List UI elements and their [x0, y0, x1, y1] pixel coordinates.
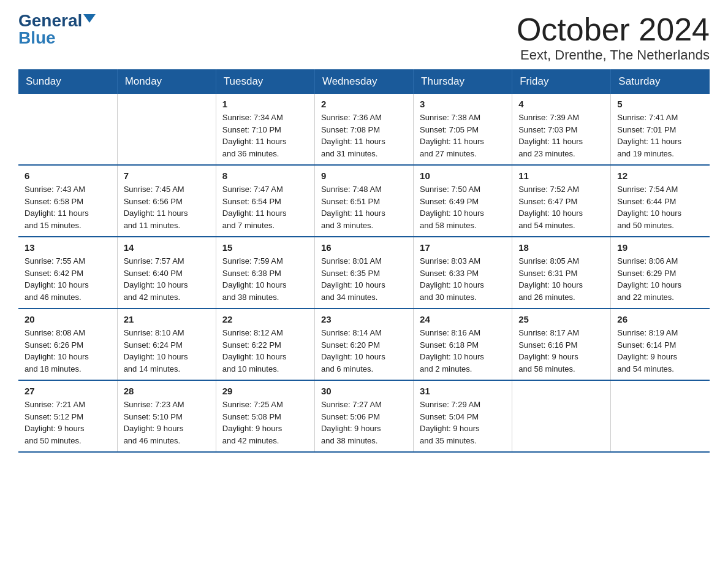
day-info: Sunrise: 8:01 AM Sunset: 6:35 PM Dayligh… — [321, 255, 407, 303]
day-number: 5 — [617, 99, 703, 109]
calendar-cell: 29Sunrise: 7:25 AM Sunset: 5:08 PM Dayli… — [216, 380, 314, 452]
calendar-cell — [117, 94, 216, 165]
calendar-week-row: 13Sunrise: 7:55 AM Sunset: 6:42 PM Dayli… — [18, 237, 710, 308]
calendar-cell: 14Sunrise: 7:57 AM Sunset: 6:40 PM Dayli… — [117, 237, 216, 308]
day-number: 8 — [222, 170, 308, 181]
calendar-cell: 18Sunrise: 8:05 AM Sunset: 6:31 PM Dayli… — [512, 237, 611, 308]
calendar-week-row: 27Sunrise: 7:21 AM Sunset: 5:12 PM Dayli… — [18, 380, 710, 452]
calendar-cell: 12Sunrise: 7:54 AM Sunset: 6:44 PM Dayli… — [611, 165, 710, 237]
calendar-table: SundayMondayTuesdayWednesdayThursdayFrid… — [18, 69, 710, 453]
calendar-header-row: SundayMondayTuesdayWednesdayThursdayFrid… — [18, 69, 710, 94]
day-number: 3 — [420, 99, 506, 109]
day-number: 24 — [420, 314, 506, 324]
day-number: 12 — [617, 170, 703, 181]
calendar-cell — [18, 94, 117, 165]
day-info: Sunrise: 8:19 AM Sunset: 6:14 PM Dayligh… — [617, 327, 703, 375]
day-info: Sunrise: 8:16 AM Sunset: 6:18 PM Dayligh… — [420, 327, 506, 375]
day-info: Sunrise: 7:52 AM Sunset: 6:47 PM Dayligh… — [518, 183, 604, 231]
day-info: Sunrise: 7:38 AM Sunset: 7:05 PM Dayligh… — [420, 112, 506, 159]
calendar-week-row: 20Sunrise: 8:08 AM Sunset: 6:26 PM Dayli… — [18, 308, 710, 380]
day-info: Sunrise: 8:14 AM Sunset: 6:20 PM Dayligh… — [321, 327, 407, 375]
day-info: Sunrise: 8:17 AM Sunset: 6:16 PM Dayligh… — [518, 327, 604, 375]
title-section: October 2024 Eext, Drenthe, The Netherla… — [517, 12, 710, 63]
day-info: Sunrise: 7:23 AM Sunset: 5:10 PM Dayligh… — [124, 399, 210, 446]
calendar-cell: 2Sunrise: 7:36 AM Sunset: 7:08 PM Daylig… — [314, 94, 413, 165]
logo-blue-text: Blue — [18, 29, 56, 47]
logo: General Blue — [18, 12, 96, 47]
day-number: 14 — [124, 242, 210, 253]
day-number: 29 — [222, 386, 308, 396]
calendar-cell: 19Sunrise: 8:06 AM Sunset: 6:29 PM Dayli… — [611, 237, 710, 308]
day-number: 2 — [321, 99, 407, 109]
day-number: 11 — [518, 170, 604, 181]
day-number: 28 — [124, 386, 210, 396]
calendar-cell: 15Sunrise: 7:59 AM Sunset: 6:38 PM Dayli… — [216, 237, 314, 308]
day-number: 26 — [617, 314, 703, 324]
calendar-cell: 28Sunrise: 7:23 AM Sunset: 5:10 PM Dayli… — [117, 380, 216, 452]
day-info: Sunrise: 7:55 AM Sunset: 6:42 PM Dayligh… — [25, 255, 111, 303]
column-header-thursday: Thursday — [414, 69, 512, 94]
day-number: 21 — [124, 314, 210, 324]
day-number: 18 — [518, 242, 604, 253]
day-info: Sunrise: 7:59 AM Sunset: 6:38 PM Dayligh… — [222, 255, 308, 303]
day-info: Sunrise: 7:27 AM Sunset: 5:06 PM Dayligh… — [321, 399, 407, 446]
calendar-cell: 30Sunrise: 7:27 AM Sunset: 5:06 PM Dayli… — [314, 380, 413, 452]
calendar-cell: 23Sunrise: 8:14 AM Sunset: 6:20 PM Dayli… — [314, 308, 413, 380]
day-info: Sunrise: 8:03 AM Sunset: 6:33 PM Dayligh… — [420, 255, 506, 303]
calendar-cell: 4Sunrise: 7:39 AM Sunset: 7:03 PM Daylig… — [512, 94, 611, 165]
day-info: Sunrise: 7:34 AM Sunset: 7:10 PM Dayligh… — [222, 112, 308, 159]
day-number: 30 — [321, 386, 407, 396]
day-number: 6 — [25, 170, 111, 181]
day-number: 27 — [25, 386, 111, 396]
calendar-cell: 20Sunrise: 8:08 AM Sunset: 6:26 PM Dayli… — [18, 308, 117, 380]
calendar-cell: 21Sunrise: 8:10 AM Sunset: 6:24 PM Dayli… — [117, 308, 216, 380]
day-info: Sunrise: 8:06 AM Sunset: 6:29 PM Dayligh… — [617, 255, 703, 303]
day-number: 31 — [420, 386, 506, 396]
calendar-cell: 13Sunrise: 7:55 AM Sunset: 6:42 PM Dayli… — [18, 237, 117, 308]
day-number: 16 — [321, 242, 407, 253]
day-number: 7 — [124, 170, 210, 181]
calendar-cell: 7Sunrise: 7:45 AM Sunset: 6:56 PM Daylig… — [117, 165, 216, 237]
logo-triangle-icon — [83, 14, 96, 23]
calendar-cell — [611, 380, 710, 452]
calendar-cell: 3Sunrise: 7:38 AM Sunset: 7:05 PM Daylig… — [414, 94, 512, 165]
calendar-cell: 26Sunrise: 8:19 AM Sunset: 6:14 PM Dayli… — [611, 308, 710, 380]
day-info: Sunrise: 7:39 AM Sunset: 7:03 PM Dayligh… — [518, 112, 604, 159]
day-info: Sunrise: 8:12 AM Sunset: 6:22 PM Dayligh… — [222, 327, 308, 375]
day-info: Sunrise: 7:36 AM Sunset: 7:08 PM Dayligh… — [321, 112, 407, 159]
day-info: Sunrise: 7:50 AM Sunset: 6:49 PM Dayligh… — [420, 183, 506, 231]
day-info: Sunrise: 8:05 AM Sunset: 6:31 PM Dayligh… — [518, 255, 604, 303]
calendar-week-row: 6Sunrise: 7:43 AM Sunset: 6:58 PM Daylig… — [18, 165, 710, 237]
day-number: 23 — [321, 314, 407, 324]
day-number: 1 — [222, 99, 308, 109]
calendar-cell: 6Sunrise: 7:43 AM Sunset: 6:58 PM Daylig… — [18, 165, 117, 237]
day-number: 4 — [518, 99, 604, 109]
day-info: Sunrise: 7:47 AM Sunset: 6:54 PM Dayligh… — [222, 183, 308, 231]
column-header-tuesday: Tuesday — [216, 69, 314, 94]
calendar-cell: 31Sunrise: 7:29 AM Sunset: 5:04 PM Dayli… — [414, 380, 512, 452]
day-number: 25 — [518, 314, 604, 324]
calendar-cell: 1Sunrise: 7:34 AM Sunset: 7:10 PM Daylig… — [216, 94, 314, 165]
calendar-cell — [512, 380, 611, 452]
day-number: 10 — [420, 170, 506, 181]
calendar-cell: 11Sunrise: 7:52 AM Sunset: 6:47 PM Dayli… — [512, 165, 611, 237]
location-title: Eext, Drenthe, The Netherlands — [517, 47, 710, 63]
calendar-cell: 5Sunrise: 7:41 AM Sunset: 7:01 PM Daylig… — [611, 94, 710, 165]
month-title: October 2024 — [517, 12, 710, 47]
calendar-cell: 10Sunrise: 7:50 AM Sunset: 6:49 PM Dayli… — [414, 165, 512, 237]
calendar-cell: 24Sunrise: 8:16 AM Sunset: 6:18 PM Dayli… — [414, 308, 512, 380]
calendar-week-row: 1Sunrise: 7:34 AM Sunset: 7:10 PM Daylig… — [18, 94, 710, 165]
calendar-cell: 8Sunrise: 7:47 AM Sunset: 6:54 PM Daylig… — [216, 165, 314, 237]
day-info: Sunrise: 7:21 AM Sunset: 5:12 PM Dayligh… — [25, 399, 111, 446]
calendar-cell: 9Sunrise: 7:48 AM Sunset: 6:51 PM Daylig… — [314, 165, 413, 237]
calendar-cell: 27Sunrise: 7:21 AM Sunset: 5:12 PM Dayli… — [18, 380, 117, 452]
day-number: 17 — [420, 242, 506, 253]
logo-general-text: General — [18, 12, 82, 29]
day-number: 22 — [222, 314, 308, 324]
day-info: Sunrise: 7:48 AM Sunset: 6:51 PM Dayligh… — [321, 183, 407, 231]
column-header-saturday: Saturday — [611, 69, 710, 94]
calendar-cell: 25Sunrise: 8:17 AM Sunset: 6:16 PM Dayli… — [512, 308, 611, 380]
day-info: Sunrise: 7:29 AM Sunset: 5:04 PM Dayligh… — [420, 399, 506, 446]
calendar-cell: 17Sunrise: 8:03 AM Sunset: 6:33 PM Dayli… — [414, 237, 512, 308]
column-header-sunday: Sunday — [18, 69, 117, 94]
